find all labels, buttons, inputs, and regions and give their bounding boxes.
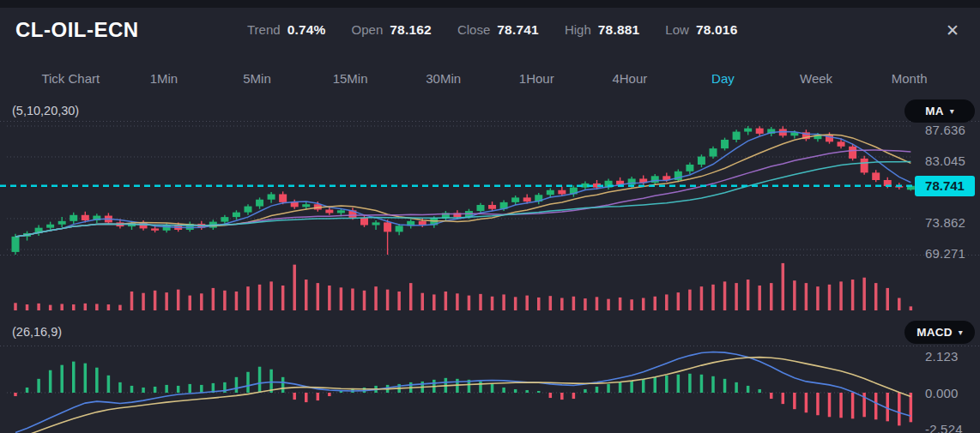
trading-chart-window: CL-OIL-ECN Trend0.74%Open78.162Close78.7… [0,0,980,433]
volume-bar [747,280,750,310]
price-axis-label: 83.045 [925,153,965,167]
macd-params-label: (26,16,9) [12,325,62,339]
candle-body [547,190,554,195]
macd-hist-bar-down [910,393,913,422]
macd-hist-bar-up [758,389,761,393]
macd-hist-bar-up [711,376,715,393]
volume-bar [502,294,505,310]
volume-bar [816,286,820,310]
volume-bar [258,285,262,310]
macd-hist-bar-up [700,375,704,393]
volume-bar [910,306,913,310]
macd-hist-bar-up [200,385,203,393]
volume-bar [514,297,517,310]
volume-bar [84,304,88,310]
macd-hist-bar-up [596,387,599,393]
ma-indicator-selector[interactable]: MA ▾ [904,99,975,123]
macd-hist-bar-down [14,393,17,396]
volume-bar [142,293,145,310]
macd-hist-bar-up [630,381,633,393]
candle-body [744,129,752,132]
volume-bar [805,283,808,310]
candle-body [325,209,333,213]
candle-body [151,228,159,230]
candle-body [396,226,403,232]
candle-body [523,197,531,201]
candle-body [477,205,485,211]
macd-hist-bar-up [107,376,110,393]
macd-hist-bar-up [84,364,88,393]
macd-hist-bar-up [281,377,285,393]
chevron-down-icon: ▾ [950,107,954,116]
volume-bar [851,280,855,310]
macd-axis-label: 2.123 [925,349,959,364]
macd-hist-bar-up [154,387,157,393]
volume-bar [525,296,529,310]
candle-body [558,190,566,195]
candle-body [256,200,263,207]
macd-hist-bar-up [502,388,505,393]
volume-bar [654,297,657,310]
candle-body [163,226,171,231]
volume-bar [630,299,633,310]
volume-bar [49,305,52,310]
candle-body [70,215,77,221]
macd-axis-label: 0.000 [925,386,959,400]
candle-body [733,132,741,140]
candle-body [872,172,880,180]
volume-bar [898,298,901,311]
candle-body [488,205,496,209]
volume-bar [60,304,64,310]
volume-bar [177,290,180,310]
candle-body [686,165,693,171]
macd-hist-bar-up [723,379,727,393]
candle-body [710,148,717,156]
volume-bar [537,298,541,310]
candle-body [838,141,845,146]
volume-bar [165,292,168,310]
macd-dea-line [15,358,910,433]
macd-hist-bar-up [235,377,239,393]
price-axis-label: 69.271 [925,245,965,260]
macd-hist-bar-down [782,393,785,404]
macd-indicator-selector[interactable]: MACD ▾ [904,321,975,344]
volume-bar [665,294,668,310]
macd-hist-bar-down [874,393,878,419]
volume-bar [688,290,692,310]
candle-body [511,197,519,201]
candle-body [337,210,345,213]
volume-bar [14,303,17,310]
candle-body [302,204,310,207]
volume-bar [26,304,29,310]
volume-bar [642,298,645,311]
price-axis-label: 73.862 [925,214,965,229]
volume-bar [317,283,320,310]
macd-hist-bar-down [293,393,296,400]
volume-bar [677,292,681,310]
volume-bar [200,293,203,310]
volume-bar [758,286,761,310]
volume-bar [886,288,890,310]
macd-hist-bar-up [60,365,64,393]
chart-canvas[interactable] [0,0,980,433]
macd-hist-bar-down [898,393,901,425]
macd-hist-bar-up [677,375,681,393]
volume-bar [549,296,553,310]
volume-bar [37,304,40,310]
volume-bar [468,296,471,310]
volume-bar [130,292,134,310]
volume-bar [793,280,796,310]
macd-hist-bar-up [269,370,273,393]
macd-hist-bar-down [793,393,796,409]
volume-bar [246,286,250,310]
volume-bar [386,290,390,310]
volume-bar [397,292,401,310]
current-price-badge: 78.741 [915,176,975,196]
macd-hist-bar-up [584,389,587,393]
candle-body [221,217,228,221]
volume-bar [305,280,308,310]
volume-bar [269,281,273,310]
ma30-line [15,161,910,237]
macd-hist-bar-down [805,393,808,412]
volume-bar [107,304,110,310]
